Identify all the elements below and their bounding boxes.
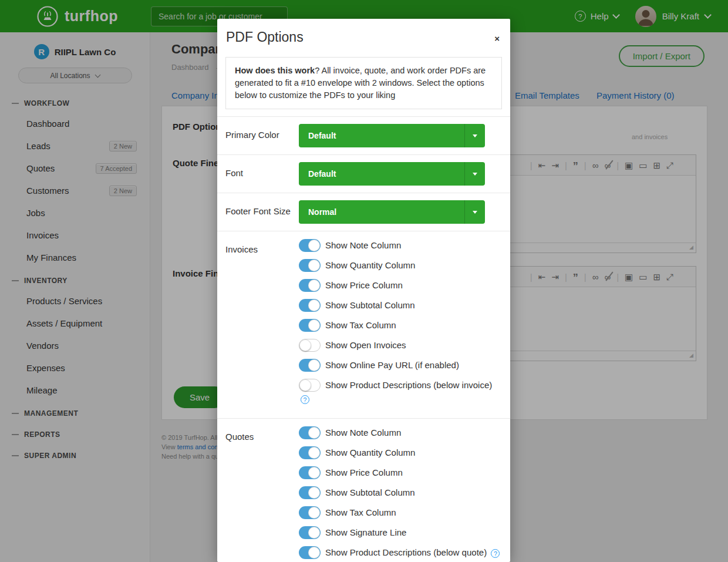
modal-row-content: Show Note ColumnShow Quantity ColumnShow… — [299, 426, 502, 562]
toggle-show-quantity-column[interactable] — [299, 259, 321, 272]
toggle-show-note-column[interactable] — [299, 239, 321, 252]
toggle-show-price-column[interactable] — [299, 466, 321, 479]
toggle-knob-icon — [308, 447, 320, 459]
toggle-knob-icon — [308, 299, 320, 311]
modal-row-invoices: InvoicesShow Note ColumnShow Quantity Co… — [217, 231, 510, 418]
toggle-row-show-subtotal-column: Show Subtotal Column — [299, 298, 502, 312]
toggle-row-show-quantity-column: Show Quantity Column — [299, 258, 502, 272]
toggle-knob-icon — [308, 319, 320, 331]
toggle-label: Show Product Descriptions (below quote) — [325, 547, 487, 557]
toggle-label: Show Quantity Column — [325, 447, 415, 457]
modal-rows: Primary ColorDefaultFontDefaultFooter Fo… — [217, 116, 510, 562]
toggle-row-show-quantity-column: Show Quantity Column — [299, 446, 502, 459]
select-value: Default — [308, 131, 336, 140]
toggle-show-note-column[interactable] — [299, 426, 321, 439]
toggle-knob-icon — [308, 280, 320, 291]
toggle-label: Show Tax Column — [325, 320, 396, 330]
toggle-row-show-online-pay-url-if-enabled: Show Online Pay URL (if enabled) — [299, 358, 502, 372]
toggle-show-subtotal-column[interactable] — [299, 486, 321, 499]
toggle-knob-icon — [308, 427, 320, 439]
toggle-row-show-tax-column: Show Tax Column — [299, 318, 502, 332]
modal-row-quotes: QuotesShow Note ColumnShow Quantity Colu… — [217, 418, 510, 562]
caret-down-icon — [464, 124, 485, 147]
modal-row-content: Default — [299, 124, 502, 147]
select-value: Default — [308, 169, 336, 179]
page: turfhop ? Help Billy Kraft — [0, 0, 728, 562]
toggle-knob-icon — [299, 339, 311, 351]
toggle-label: Show Online Pay URL (if enabled) — [325, 360, 459, 370]
select-footer-font-size[interactable]: Normal — [299, 200, 485, 224]
toggle-knob-icon — [308, 359, 320, 371]
toggle-label: Show Note Column — [325, 240, 401, 250]
help-icon[interactable]: ? — [491, 549, 500, 558]
toggle-knob-icon — [308, 487, 320, 499]
toggle-row-show-note-column: Show Note Column — [299, 426, 502, 439]
modal-description: How does this work? All invoice, quote, … — [225, 57, 502, 109]
toggle-show-product-descriptions-below-invoice[interactable] — [299, 379, 321, 392]
select-value: Normal — [308, 207, 336, 217]
toggle-row-show-price-column: Show Price Column — [299, 466, 502, 479]
toggle-knob-icon — [308, 527, 320, 539]
toggle-row-show-price-column: Show Price Column — [299, 278, 502, 292]
modal-row-primary-color: Primary ColorDefault — [217, 116, 510, 154]
toggle-show-online-pay-url-if-enabled[interactable] — [299, 359, 321, 372]
toggle-knob-icon — [308, 507, 320, 519]
toggle-show-price-column[interactable] — [299, 279, 321, 292]
modal-row-label: Font — [225, 162, 299, 186]
modal-row-content: Normal — [299, 200, 502, 224]
toggle-knob-icon — [299, 379, 311, 391]
toggle-show-quantity-column[interactable] — [299, 446, 321, 459]
toggle-label: Show Quantity Column — [325, 260, 415, 270]
help-icon[interactable]: ? — [301, 395, 309, 404]
toggle-row-show-tax-column: Show Tax Column — [299, 506, 502, 519]
toggle-row-show-open-invoices: Show Open Invoices — [299, 338, 502, 352]
toggle-label: Show Subtotal Column — [325, 487, 415, 497]
toggle-row-show-subtotal-column: Show Subtotal Column — [299, 486, 502, 499]
modal-row-label: Primary Color — [225, 124, 299, 147]
select-font[interactable]: Default — [299, 162, 485, 186]
select-primary-color[interactable]: Default — [299, 124, 485, 147]
modal-row-font: FontDefault — [217, 154, 510, 193]
caret-down-icon — [464, 200, 485, 224]
toggle-knob-icon — [308, 467, 320, 479]
toggle-row-show-signature-line: Show Signature Line — [299, 526, 502, 539]
close-icon[interactable]: × — [494, 34, 500, 43]
toggle-label: Show Note Column — [325, 428, 401, 438]
modal-title: PDF Options — [226, 29, 501, 45]
pdf-options-modal: PDF Options × How does this work? All in… — [217, 19, 510, 562]
toggle-label: Show Subtotal Column — [325, 300, 415, 310]
toggle-show-subtotal-column[interactable] — [299, 299, 321, 312]
toggle-label: Show Signature Line — [325, 527, 406, 537]
toggle-label: Show Product Descriptions (below invoice… — [325, 380, 492, 390]
toggle-row-show-note-column: Show Note Column — [299, 238, 502, 252]
toggle-label: Show Tax Column — [325, 507, 396, 517]
modal-header: PDF Options × — [217, 19, 510, 51]
toggle-show-open-invoices[interactable] — [299, 339, 321, 352]
toggle-knob-icon — [308, 260, 320, 271]
toggle-show-tax-column[interactable] — [299, 506, 321, 519]
caret-down-icon — [464, 162, 485, 186]
description-bold: How does this work — [235, 66, 315, 75]
toggle-row-show-product-descriptions-below-quote: Show Product Descriptions (below quote) … — [299, 546, 502, 559]
modal-row-content: Show Note ColumnShow Quantity ColumnShow… — [299, 238, 502, 411]
modal-row-label: Invoices — [225, 238, 299, 411]
toggle-label: Show Price Column — [325, 280, 403, 290]
modal-row-label: Footer Font Size — [225, 200, 299, 224]
modal-row-content: Default — [299, 162, 502, 186]
toggle-label: Show Open Invoices — [325, 340, 406, 350]
modal-row-footer-font-size: Footer Font SizeNormal — [217, 193, 510, 231]
toggle-show-tax-column[interactable] — [299, 319, 321, 332]
toggle-show-signature-line[interactable] — [299, 526, 321, 539]
toggle-knob-icon — [308, 240, 320, 251]
toggle-knob-icon — [308, 547, 320, 558]
toggle-label: Show Price Column — [325, 467, 403, 477]
modal-row-label: Quotes — [225, 426, 299, 562]
toggle-row-show-product-descriptions-below-invoice: Show Product Descriptions (below invoice… — [299, 378, 502, 405]
toggle-show-product-descriptions-below-quote[interactable] — [299, 546, 321, 559]
